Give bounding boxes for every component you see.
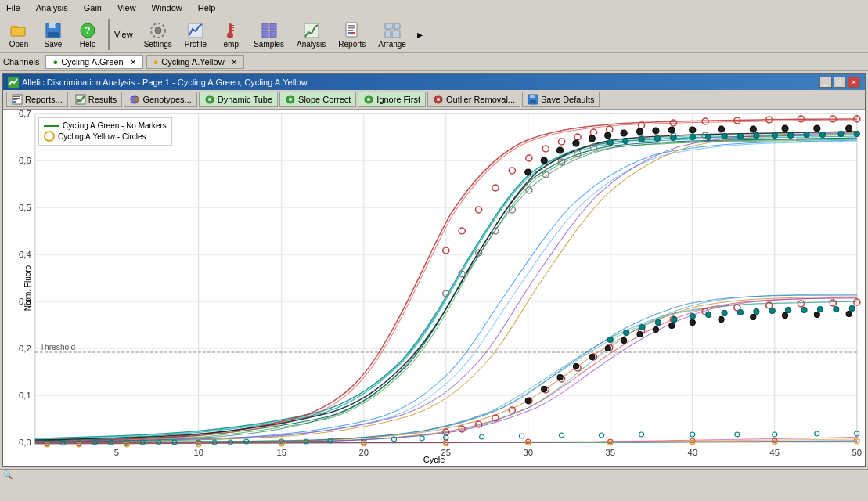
slope-correct-button[interactable]: Slope Correct bbox=[279, 92, 356, 107]
menu-gain[interactable]: Gain bbox=[81, 2, 105, 14]
svg-point-207 bbox=[846, 312, 852, 317]
menu-view[interactable]: View bbox=[114, 2, 139, 14]
svg-point-199 bbox=[637, 332, 643, 337]
svg-point-155 bbox=[814, 125, 820, 132]
svg-rect-23 bbox=[348, 25, 355, 27]
svg-point-195 bbox=[573, 364, 578, 369]
svg-point-189 bbox=[817, 307, 823, 312]
svg-rect-29 bbox=[394, 23, 400, 29]
x-axis-label: Cycle bbox=[423, 455, 445, 464]
svg-point-196 bbox=[589, 355, 595, 360]
svg-text:0,1: 0,1 bbox=[19, 391, 31, 400]
svg-text:0,0: 0,0 bbox=[19, 438, 31, 447]
svg-text:0,2: 0,2 bbox=[19, 344, 31, 353]
analysis-button[interactable]: Analysis bbox=[292, 20, 330, 50]
svg-text:5: 5 bbox=[114, 448, 119, 457]
results-icon bbox=[75, 94, 86, 105]
save-icon bbox=[44, 21, 63, 40]
help-button[interactable]: ? Help bbox=[72, 20, 103, 50]
svg-point-126 bbox=[623, 139, 628, 144]
svg-point-191 bbox=[849, 306, 855, 312]
save-defaults-button[interactable]: Save Defaults bbox=[522, 92, 600, 107]
svg-rect-25 bbox=[348, 30, 353, 31]
svg-point-198 bbox=[621, 338, 627, 344]
svg-rect-24 bbox=[348, 27, 355, 29]
svg-point-179 bbox=[655, 320, 661, 326]
genotypes-button[interactable]: Genotypes... bbox=[124, 92, 196, 107]
samples-button[interactable]: Samples bbox=[249, 20, 289, 50]
svg-point-176 bbox=[607, 337, 613, 343]
svg-point-184 bbox=[737, 310, 743, 315]
y-axis-label: Norm. Fluoro bbox=[23, 265, 32, 310]
svg-rect-20 bbox=[270, 31, 276, 38]
menu-analysis[interactable]: Analysis bbox=[33, 2, 71, 14]
legend-item-yellow: Cycling A.Yellow - Circles bbox=[44, 131, 167, 142]
menu-help[interactable]: Help bbox=[195, 2, 219, 14]
maximize-button[interactable]: □ bbox=[834, 77, 846, 88]
channel-yellow-close[interactable]: ✕ bbox=[231, 58, 237, 67]
reports-analysis-icon bbox=[12, 94, 23, 105]
svg-point-131 bbox=[706, 135, 711, 140]
svg-point-156 bbox=[846, 125, 852, 132]
outlier-removal-button[interactable]: Outlier Removal... bbox=[427, 92, 520, 107]
svg-point-49 bbox=[437, 98, 440, 101]
open-button[interactable]: Open bbox=[3, 20, 34, 50]
save-defaults-icon bbox=[528, 94, 538, 105]
status-bar: 🔍 bbox=[0, 469, 868, 480]
svg-point-203 bbox=[719, 317, 724, 323]
settings-button[interactable]: Settings bbox=[139, 20, 177, 50]
minimize-button[interactable]: _ bbox=[819, 77, 832, 88]
svg-rect-6 bbox=[55, 24, 56, 27]
svg-rect-15 bbox=[231, 27, 234, 28]
window-controls: _ □ ✕ bbox=[819, 77, 860, 88]
ignore-first-button[interactable]: Ignore First bbox=[358, 92, 426, 107]
svg-text:35: 35 bbox=[606, 448, 615, 457]
menu-file[interactable]: File bbox=[3, 2, 23, 14]
channel-green-close[interactable]: ✕ bbox=[130, 58, 136, 67]
svg-point-135 bbox=[772, 133, 777, 139]
svg-point-183 bbox=[722, 311, 727, 316]
svg-rect-5 bbox=[48, 32, 59, 37]
svg-point-153 bbox=[750, 126, 756, 132]
results-button[interactable]: Results bbox=[70, 92, 123, 107]
help-icon: ? bbox=[78, 21, 97, 40]
temp-button[interactable]: Temp. bbox=[214, 20, 246, 50]
channel-tab-green[interactable]: ● Cycling A.Green ✕ bbox=[45, 55, 142, 69]
channel-tab-yellow[interactable]: ● Cycling A.Yellow ✕ bbox=[146, 55, 244, 69]
arrange-button[interactable]: Arrange bbox=[373, 20, 411, 50]
svg-point-201 bbox=[669, 323, 675, 329]
svg-rect-4 bbox=[49, 23, 56, 28]
svg-rect-28 bbox=[385, 23, 393, 29]
svg-rect-37 bbox=[13, 101, 16, 103]
svg-point-142 bbox=[541, 157, 547, 164]
profile-button[interactable]: Profile bbox=[180, 20, 211, 50]
svg-point-152 bbox=[718, 126, 724, 132]
window-title-left: Allelic Discrimination Analysis - Page 1… bbox=[8, 77, 308, 88]
slope-correct-icon bbox=[285, 94, 296, 105]
ignore-first-icon bbox=[363, 94, 374, 105]
window-icon bbox=[8, 77, 19, 88]
toolbar-more-icon[interactable]: ▸ bbox=[417, 28, 423, 41]
svg-point-185 bbox=[754, 309, 759, 315]
svg-point-136 bbox=[788, 133, 794, 139]
svg-point-205 bbox=[782, 313, 787, 319]
menu-window[interactable]: Window bbox=[149, 2, 185, 14]
channels-label: Channels bbox=[3, 57, 39, 67]
reports-button[interactable]: Reports bbox=[333, 20, 370, 50]
svg-point-194 bbox=[557, 375, 563, 380]
reports-analysis-button[interactable]: Reports... bbox=[6, 92, 68, 107]
channels-bar: Channels ● Cycling A.Green ✕ ● Cycling A… bbox=[0, 53, 868, 71]
legend-label-yellow: Cycling A.Yellow - Circles bbox=[58, 132, 146, 141]
svg-point-143 bbox=[556, 147, 563, 153]
main-toolbar: Open Save ? Help View Settings Profile T… bbox=[0, 16, 868, 53]
svg-rect-52 bbox=[530, 100, 536, 103]
svg-point-145 bbox=[589, 135, 595, 142]
save-button[interactable]: Save bbox=[38, 20, 69, 50]
svg-rect-19 bbox=[262, 31, 268, 38]
view-label: View bbox=[114, 30, 133, 39]
svg-text:Threshold: Threshold bbox=[40, 343, 75, 351]
dynamic-tube-button[interactable]: Dynamic Tube bbox=[199, 92, 278, 107]
close-button[interactable]: ✕ bbox=[848, 77, 860, 88]
svg-point-192 bbox=[525, 398, 531, 404]
chart-svg: 0,7 0,6 0,5 0,4 0,3 0,2 0,1 0,0 5 10 15 … bbox=[3, 110, 865, 466]
